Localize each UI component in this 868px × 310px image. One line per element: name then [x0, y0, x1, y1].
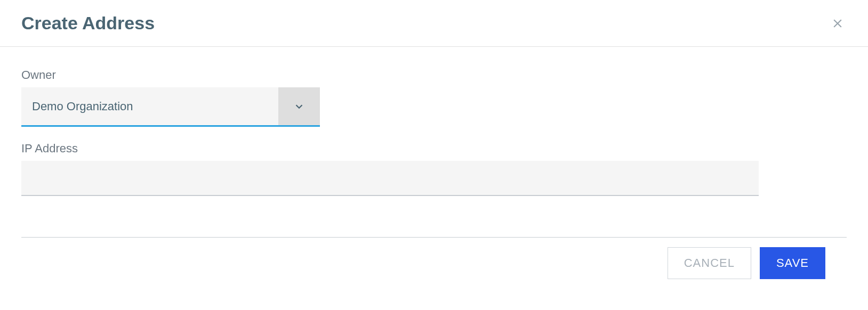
ip-address-label: IP Address	[21, 142, 847, 156]
modal-title: Create Address	[21, 13, 155, 34]
owner-select-value: Demo Organization	[21, 100, 278, 113]
owner-field-group: Owner Demo Organization	[21, 68, 847, 127]
cancel-button[interactable]: CANCEL	[668, 247, 751, 279]
ip-address-input[interactable]	[21, 161, 759, 196]
save-button[interactable]: SAVE	[760, 247, 825, 279]
create-address-modal: Create Address Owner Demo Organization I…	[0, 0, 868, 310]
owner-select-arrow	[278, 87, 320, 125]
modal-body: Owner Demo Organization IP Address	[0, 47, 868, 237]
ip-address-field-group: IP Address	[21, 142, 847, 196]
owner-label: Owner	[21, 68, 847, 82]
modal-header: Create Address	[0, 0, 868, 47]
owner-select[interactable]: Demo Organization	[21, 87, 320, 127]
close-icon	[831, 17, 845, 30]
modal-footer: CANCEL SAVE	[21, 237, 847, 289]
chevron-down-icon	[293, 101, 305, 112]
close-button[interactable]	[829, 14, 847, 32]
